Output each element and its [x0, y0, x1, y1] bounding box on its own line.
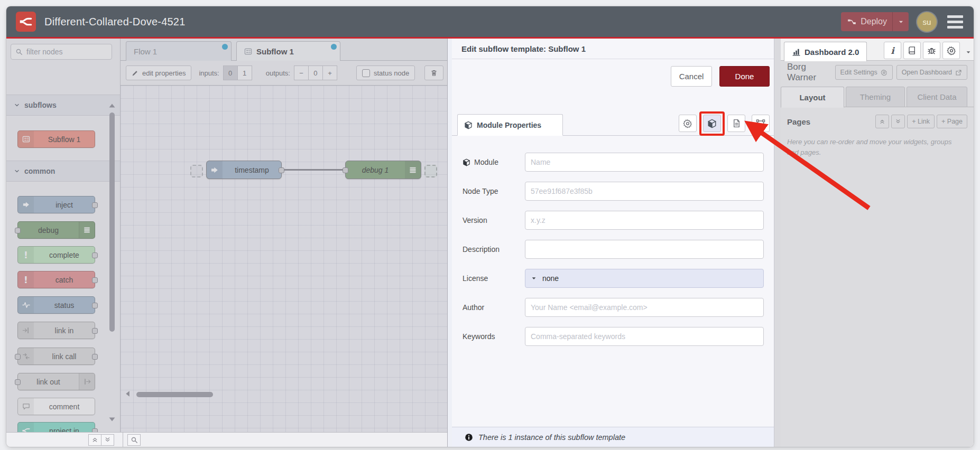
- palette-node-debug[interactable]: debug: [17, 221, 95, 239]
- palette-node-link-call[interactable]: link call: [17, 348, 95, 365]
- debug-tab-button[interactable]: [923, 42, 940, 59]
- license-select[interactable]: none: [525, 269, 764, 288]
- outputs-plus-button[interactable]: +: [322, 65, 337, 80]
- search-icon: [15, 48, 23, 55]
- palette-node-complete[interactable]: ! complete: [17, 246, 95, 264]
- caret-down-icon: [531, 275, 537, 282]
- node-port[interactable]: [92, 354, 98, 360]
- keywords-input[interactable]: [525, 327, 764, 346]
- description-button[interactable]: [727, 115, 745, 132]
- palette-category-common[interactable]: common: [6, 161, 121, 182]
- pages-title: Pages: [787, 117, 873, 126]
- node-port[interactable]: [92, 303, 98, 308]
- node-type-input[interactable]: [525, 182, 764, 201]
- status-pulse-icon: [18, 297, 34, 313]
- config-tab-button[interactable]: [942, 42, 960, 59]
- canvas-node-timestamp[interactable]: timestamp: [206, 161, 282, 179]
- node-port[interactable]: [343, 167, 348, 173]
- tab-client-data[interactable]: Client Data: [907, 87, 967, 107]
- node-port[interactable]: [92, 277, 98, 283]
- palette-node-link-out[interactable]: link out: [17, 373, 95, 390]
- deploy-options-caret[interactable]: [893, 18, 909, 25]
- edit-settings-button[interactable]: Edit Settings: [835, 65, 893, 80]
- scroll-left-icon[interactable]: [124, 389, 132, 398]
- appearance-button[interactable]: [752, 115, 770, 132]
- palette-collapse-down-button[interactable]: [101, 434, 114, 446]
- info-tab-button[interactable]: i: [884, 42, 901, 59]
- sidebar-splitter[interactable]: [774, 39, 781, 447]
- palette-category-subflows[interactable]: subflows: [6, 95, 121, 116]
- palette-search[interactable]: filter nodes: [11, 44, 112, 60]
- node-port[interactable]: [15, 354, 21, 360]
- inputs-0-button[interactable]: 0: [223, 65, 238, 80]
- inputs-1-button[interactable]: 1: [237, 65, 252, 80]
- node-port[interactable]: [92, 202, 98, 208]
- node-port[interactable]: [279, 167, 284, 173]
- canvas-node-debug-1[interactable]: debug 1: [345, 161, 421, 179]
- version-input[interactable]: [525, 211, 764, 230]
- edit-subflow-tray: Edit subflow template: Subflow 1 Cancel …: [452, 39, 774, 447]
- palette-scroll-up-icon[interactable]: [108, 101, 116, 110]
- palette-scrollbar[interactable]: [109, 112, 115, 332]
- tab-changes-dot: [222, 44, 228, 50]
- module-input[interactable]: [525, 153, 764, 172]
- node-port[interactable]: [92, 252, 98, 258]
- node-type-field-label: Node Type: [463, 187, 525, 195]
- outputs-minus-button[interactable]: −: [294, 65, 309, 80]
- appearance-frame-icon: [756, 119, 765, 128]
- deploy-icon: [847, 17, 856, 26]
- open-dashboard-button[interactable]: Open Dashboard: [896, 65, 967, 80]
- tray-resize-handle[interactable]: [447, 39, 452, 447]
- node-port[interactable]: [92, 328, 98, 334]
- module-field-label: Module: [463, 158, 525, 166]
- tab-layout[interactable]: Layout: [781, 87, 844, 108]
- description-field-label: Description: [463, 245, 525, 254]
- app-header: Different-Collared-Dove-4521 Deploy su: [6, 6, 974, 37]
- main-menu-button[interactable]: [945, 13, 965, 31]
- done-button[interactable]: Done: [719, 66, 770, 87]
- help-tab-button[interactable]: [903, 42, 921, 59]
- add-link-button[interactable]: + Link: [907, 115, 935, 128]
- node-port[interactable]: [15, 228, 21, 233]
- sidebar-options-caret[interactable]: [965, 47, 972, 57]
- horizontal-scrollbar[interactable]: [136, 392, 213, 397]
- edit-properties-button[interactable]: edit properties: [126, 65, 191, 80]
- flow-canvas[interactable]: timestamp debug 1: [121, 86, 447, 447]
- tab-module-properties[interactable]: Module Properties: [457, 114, 563, 136]
- node-port[interactable]: [15, 379, 21, 385]
- zoom-button[interactable]: [127, 434, 141, 446]
- cancel-button[interactable]: Cancel: [671, 66, 712, 87]
- author-input[interactable]: [525, 298, 764, 317]
- delete-subflow-button[interactable]: [424, 65, 443, 80]
- subflow-toolbar: edit properties inputs: 0 1 outputs: − 0…: [121, 61, 447, 86]
- tab-dashboard-2[interactable]: Dashboard 2.0: [784, 42, 867, 61]
- node-port[interactable]: [92, 428, 98, 432]
- status-node-checkbox[interactable]: [362, 69, 370, 77]
- description-input[interactable]: [525, 240, 764, 259]
- palette-node-project-in[interactable]: project in: [17, 422, 95, 432]
- subflow-properties-button[interactable]: [679, 115, 697, 132]
- palette-node-catch[interactable]: ! catch: [17, 271, 95, 288]
- tab-theming[interactable]: Theming: [846, 87, 905, 107]
- deploy-button[interactable]: Deploy: [841, 12, 909, 31]
- palette-node-link-in[interactable]: link in: [17, 322, 95, 339]
- add-page-button[interactable]: + Page: [937, 115, 967, 128]
- node-red-logo-icon: [16, 12, 36, 32]
- tab-changes-dot: [331, 44, 337, 50]
- palette-node-comment[interactable]: comment: [17, 398, 95, 415]
- palette-node-status[interactable]: status: [17, 296, 95, 314]
- module-properties-button[interactable]: [703, 115, 721, 132]
- palette-collapse-up-button[interactable]: [88, 434, 101, 446]
- sidebar-header: Dashboard 2.0 i: [781, 39, 974, 61]
- move-up-button[interactable]: [875, 115, 889, 128]
- node-palette: filter nodes subflows Subflow 1 common i…: [6, 39, 121, 432]
- user-avatar[interactable]: su: [917, 12, 937, 32]
- pages-help-text: Here you can re-order and move your widg…: [787, 137, 961, 157]
- palette-scroll-down-icon[interactable]: [108, 415, 116, 424]
- tab-flow-1[interactable]: Flow 1: [126, 41, 232, 61]
- tab-subflow-1[interactable]: Subflow 1: [236, 41, 340, 61]
- status-node-toggle[interactable]: status node: [356, 65, 415, 80]
- move-down-button[interactable]: [891, 115, 905, 128]
- palette-node-inject[interactable]: inject: [17, 196, 95, 213]
- palette-node-subflow-1[interactable]: Subflow 1: [17, 130, 95, 148]
